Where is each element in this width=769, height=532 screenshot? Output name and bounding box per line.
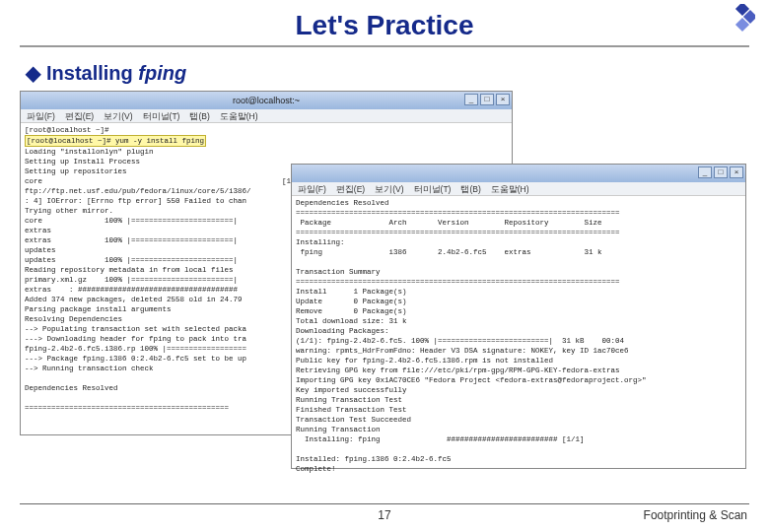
menu-view[interactable]: 보기(V) bbox=[104, 111, 132, 121]
menu-tab[interactable]: 탭(B) bbox=[460, 184, 480, 194]
minimize-button[interactable]: _ bbox=[698, 166, 712, 178]
bullet-icon: ◆ bbox=[26, 62, 40, 84]
menu-help[interactable]: 도움말(H) bbox=[220, 111, 258, 121]
menu-help[interactable]: 도움말(H) bbox=[491, 184, 529, 194]
sub-prefix: Installing bbox=[46, 62, 138, 84]
prompt-line: [root@localhost ~]# bbox=[25, 126, 109, 134]
titlebar-2: _ □ × bbox=[292, 165, 745, 182]
command-highlight: [root@localhost ~]# yum -y install fping bbox=[25, 135, 206, 147]
close-button[interactable]: × bbox=[730, 166, 743, 178]
footer-divider bbox=[20, 503, 749, 504]
screenshot-area: root@localhost:~ _ □ × 파일(F) 편집(E) 보기(V)… bbox=[20, 91, 749, 475]
maximize-button[interactable]: □ bbox=[480, 94, 494, 105]
menu-edit[interactable]: 편집(E) bbox=[65, 111, 94, 121]
menubar-2: 파일(F) 편집(E) 보기(V) 터미널(T) 탭(B) 도움말(H) bbox=[292, 182, 745, 196]
slide-title: Let's Practice bbox=[20, 0, 749, 47]
terminal-output-2: Dependencies Resolved ==================… bbox=[292, 196, 745, 476]
terminal-window-2: _ □ × 파일(F) 편집(E) 보기(V) 터미널(T) 탭(B) 도움말(… bbox=[291, 164, 746, 469]
window-title-1: root@localhost:~ bbox=[233, 96, 300, 105]
menubar-1: 파일(F) 편집(E) 보기(V) 터미널(T) 탭(B) 도움말(H) bbox=[21, 109, 512, 123]
slide-subheader: ◆Installing fping bbox=[0, 55, 769, 91]
menu-view[interactable]: 보기(V) bbox=[375, 184, 403, 194]
menu-edit[interactable]: 편집(E) bbox=[336, 184, 365, 194]
menu-file[interactable]: 파일(F) bbox=[298, 184, 326, 194]
window-buttons-2: _ □ × bbox=[698, 166, 743, 178]
window-buttons-1: _ □ × bbox=[464, 94, 510, 105]
sub-italic: fping bbox=[138, 62, 186, 84]
minimize-button[interactable]: _ bbox=[464, 94, 478, 105]
maximize-button[interactable]: □ bbox=[714, 166, 728, 178]
footer-text: Footprinting & Scan bbox=[644, 508, 747, 522]
menu-terminal[interactable]: 터미널(T) bbox=[414, 184, 452, 194]
titlebar-1: root@localhost:~ _ □ × bbox=[21, 92, 512, 109]
menu-file[interactable]: 파일(F) bbox=[27, 111, 55, 121]
menu-terminal[interactable]: 터미널(T) bbox=[143, 111, 180, 121]
terminal-body-1: Loading "installonlyn" plugin Setting up… bbox=[25, 148, 305, 412]
close-button[interactable]: × bbox=[496, 94, 510, 105]
corner-decoration bbox=[726, 4, 755, 33]
menu-tab[interactable]: 탭(B) bbox=[189, 111, 209, 121]
